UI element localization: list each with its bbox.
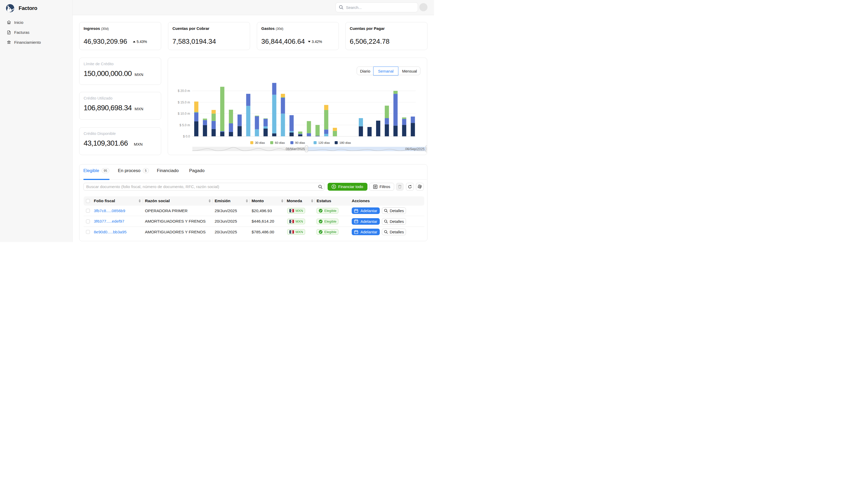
svg-text:$ 0.0: $ 0.0 bbox=[183, 135, 190, 138]
svg-text:30 días: 30 días bbox=[255, 141, 265, 144]
svg-text:$ 15.0 m: $ 15.0 m bbox=[178, 100, 190, 104]
svg-text:$ 20.0 m: $ 20.0 m bbox=[178, 89, 190, 93]
svg-text:$ 10.0 m: $ 10.0 m bbox=[178, 112, 190, 116]
svg-text:08/Mar/2025: 08/Mar/2025 bbox=[286, 147, 305, 151]
svg-text:$: $ bbox=[333, 185, 335, 188]
svg-text:$ 5.0 m: $ 5.0 m bbox=[180, 123, 190, 127]
svg-text:06/Sep/2025: 06/Sep/2025 bbox=[405, 147, 425, 151]
svg-text:90 días: 90 días bbox=[295, 141, 305, 144]
svg-text:180 días: 180 días bbox=[339, 141, 351, 144]
svg-text:120 días: 120 días bbox=[318, 141, 330, 144]
svg-text:60 días: 60 días bbox=[275, 141, 285, 144]
